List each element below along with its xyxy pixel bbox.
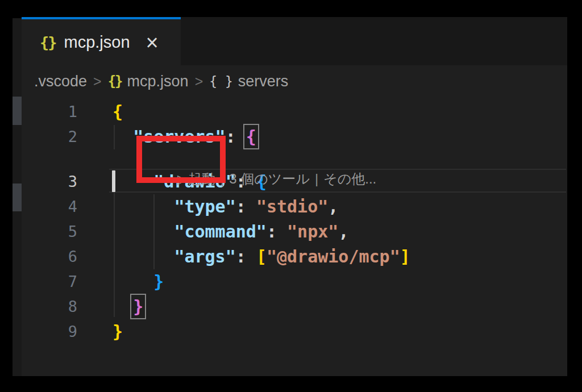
- code-line-8[interactable]: }: [113, 294, 143, 319]
- breadcrumb-label: servers: [238, 73, 289, 90]
- chevron-right-icon: >: [195, 73, 203, 90]
- text-cursor: [112, 170, 115, 192]
- json-file-icon: {}: [40, 34, 56, 51]
- code-token: :: [226, 127, 246, 147]
- left-panel-block: [13, 184, 22, 211]
- line-number: 2: [22, 124, 77, 149]
- line-number: 7: [22, 269, 77, 294]
- breadcrumb-item-vscode[interactable]: .vscode: [34, 73, 87, 90]
- code-token: "command": [174, 222, 267, 241]
- code-token: [113, 222, 174, 241]
- code-token: }: [153, 272, 164, 291]
- bracket-match-token: }: [133, 297, 143, 316]
- code-token: :: [236, 197, 256, 216]
- breadcrumb-label: mcp.json: [127, 73, 189, 90]
- symbol-object-icon: { }: [209, 74, 233, 89]
- code-token: }: [113, 322, 123, 341]
- code-line-5[interactable]: "command": "npx",: [113, 219, 348, 244]
- code-line-6[interactable]: "args": ["@drawio/mcp"]: [113, 244, 410, 269]
- code-token: :: [236, 247, 256, 266]
- chevron-right-icon: >: [93, 73, 102, 90]
- code-token: [113, 127, 133, 147]
- code-token: "@drawio/mcp": [267, 247, 400, 266]
- codelens-tools-link[interactable]: 3 個のツール: [229, 171, 310, 186]
- line-number: 5: [22, 219, 77, 244]
- code-token: ]: [400, 247, 410, 266]
- line-number: 8: [22, 294, 77, 319]
- bracket-match-token: {: [246, 127, 256, 147]
- code-token: "npx": [287, 222, 338, 241]
- line-number: 6: [22, 244, 77, 269]
- code-line-1[interactable]: {: [113, 99, 123, 124]
- line-number: 3: [22, 169, 77, 194]
- code-token: {: [113, 102, 123, 122]
- code-token: ,: [338, 222, 348, 241]
- code-token: ,: [328, 197, 338, 216]
- code-token: [113, 297, 133, 316]
- code-token: [: [256, 247, 267, 266]
- code-line-4[interactable]: "type": "stdio",: [113, 194, 338, 219]
- code-token: [113, 272, 153, 291]
- tab-mcp-json[interactable]: {} mcp.json ×: [22, 17, 181, 65]
- code-line-7[interactable]: }: [113, 269, 164, 294]
- code-token: "type": [174, 197, 235, 216]
- tab-label: mcp.json: [64, 33, 130, 52]
- left-panel-sliver: [13, 18, 22, 376]
- annotation-rectangle: [136, 136, 226, 183]
- line-number: 1: [22, 99, 77, 124]
- tab-bar: {} mcp.json ×: [22, 17, 567, 65]
- code-token: [113, 247, 174, 266]
- code-token: :: [267, 222, 287, 241]
- tab-close-icon[interactable]: ×: [146, 32, 159, 53]
- code-token: "args": [174, 247, 235, 266]
- codelens-more-link[interactable]: その他...: [323, 171, 376, 186]
- breadcrumb-label: .vscode: [34, 73, 87, 90]
- line-number: 4: [22, 194, 77, 219]
- json-file-icon: {}: [108, 73, 122, 89]
- breadcrumb-item-mcp-json[interactable]: {} mcp.json: [108, 73, 189, 90]
- code-token: "stdio": [256, 197, 328, 216]
- screenshot-frame: {} mcp.json × .vscode > {} mcp.json > { …: [0, 0, 582, 392]
- codelens-separator: |: [315, 171, 318, 186]
- code-line-9[interactable]: }: [113, 319, 123, 344]
- left-panel-block: [13, 97, 22, 125]
- breadcrumb: .vscode > {} mcp.json > { } servers: [22, 65, 567, 97]
- line-number: 9: [22, 319, 77, 344]
- breadcrumb-item-servers[interactable]: { } servers: [209, 73, 288, 90]
